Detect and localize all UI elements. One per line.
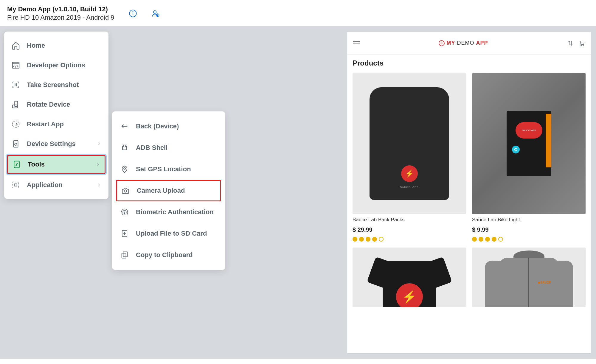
main-menu: Home Developer Options Take Screenshot R… [4,32,108,199]
submenu-item-upload-file[interactable]: Upload File to SD Card [112,223,225,244]
home-icon [11,41,20,50]
svg-point-3 [153,11,156,13]
cart-icon[interactable] [578,40,585,46]
products-heading: Products [353,59,586,67]
hamburger-icon[interactable] [353,41,360,45]
product-card[interactable]: SAUCELABSC Sauce Lab Bike Light $ 9.99 [472,73,586,242]
svg-point-25 [124,190,127,192]
submenu-item-set-gps[interactable]: Set GPS Location [112,158,225,180]
submenu-item-copy-clipboard[interactable]: Copy to Clipboard [112,244,225,266]
svg-point-14 [13,121,19,128]
tools-submenu: Back (Device) ADB Shell Set GPS Location… [112,111,225,270]
rotate-icon [11,100,20,109]
screenshot-icon [11,80,20,89]
menu-item-home[interactable]: Home [4,36,108,55]
brand-prefix: MY [446,40,455,46]
app-title: My Demo App (v1.0.10, Build 12) [7,5,114,13]
upload-icon [120,229,129,238]
gps-icon [120,165,129,173]
brand-suffix: APP [476,40,488,46]
product-card[interactable]: ⚡SAUCELABS Sauce Lab Back Packs $ 29.99 [353,73,466,242]
product-price: $ 29.99 [353,226,466,233]
svg-point-24 [124,168,125,169]
menu-item-restart-app[interactable]: Restart App [4,114,108,134]
svg-rect-27 [123,252,127,257]
menu-item-take-screenshot[interactable]: Take Screenshot [4,75,108,95]
tools-icon [12,160,21,169]
svg-point-30 [583,45,584,46]
sort-icon[interactable] [567,40,574,46]
product-rating [472,237,586,242]
submenu-item-biometric[interactable]: Biometric Authentication [112,201,225,223]
svg-line-20 [123,144,123,145]
menu-item-rotate-device[interactable]: Rotate Device [4,95,108,114]
menu-label: Application [27,181,90,189]
svg-point-23 [125,147,125,147]
device-subtitle: Fire HD 10 Amazon 2019 - Android 9 [7,14,114,21]
svg-point-29 [581,45,582,46]
product-image-tshirt: ⚡ [353,248,466,307]
submenu-label: Camera Upload [137,187,185,195]
application-icon [11,181,20,189]
chevron-right-icon [96,162,100,167]
info-icon[interactable] [129,9,137,18]
menu-item-application[interactable]: Application [4,175,108,195]
menu-item-developer-options[interactable]: Developer Options [4,55,108,75]
svg-rect-7 [13,62,19,68]
workspace: Home Developer Options Take Screenshot R… [0,26,596,359]
camera-icon [121,186,130,195]
product-name: Sauce Lab Back Packs [353,217,466,223]
product-card[interactable]: ◆SAUCE [472,248,586,307]
product-image-jacket: ◆SAUCE [472,248,586,307]
menu-label: Tools [28,161,89,168]
device-app-bar: MYDEMOAPP [347,32,591,55]
settings-icon [11,139,20,148]
svg-rect-28 [122,253,126,258]
clipboard-icon [120,251,129,259]
product-rating [353,237,466,242]
menu-label: Restart App [27,120,101,128]
svg-rect-19 [15,184,17,186]
svg-line-21 [126,144,126,145]
menu-label: Home [27,42,101,49]
chevron-right-icon [97,183,101,187]
svg-point-2 [133,12,133,12]
submenu-label: Back (Device) [136,122,179,130]
menu-item-tools[interactable]: Tools [7,155,105,174]
svg-rect-12 [15,101,18,107]
submenu-label: ADB Shell [136,144,167,152]
header: My Demo App (v1.0.10, Build 12) Fire HD … [0,0,596,26]
svg-rect-15 [14,141,18,147]
brand-mid: DEMO [457,40,474,46]
menu-label: Device Settings [27,140,90,148]
svg-rect-18 [13,182,19,188]
product-image-backpack: ⚡SAUCELABS [353,73,466,214]
dev-options-icon [11,61,20,70]
product-image-bike-light: SAUCELABSC [472,73,586,214]
fingerprint-icon [120,208,129,216]
back-icon [120,122,129,130]
product-card[interactable]: ⚡ [353,248,466,307]
submenu-label: Copy to Clipboard [136,251,193,259]
adb-icon [120,144,129,152]
app-brand: MYDEMOAPP [439,40,488,46]
brand-logo-icon [439,40,445,46]
product-price: $ 9.99 [472,226,586,233]
submenu-label: Biometric Authentication [136,208,214,216]
svg-point-16 [15,143,17,146]
menu-label: Take Screenshot [27,81,101,89]
add-user-icon[interactable] [151,9,160,18]
submenu-item-camera-upload[interactable]: Camera Upload [116,180,221,201]
menu-label: Developer Options [27,61,101,69]
submenu-item-adb-shell[interactable]: ADB Shell [112,137,225,158]
product-name: Sauce Lab Bike Light [472,217,586,223]
submenu-item-back-device[interactable]: Back (Device) [112,116,225,137]
svg-point-22 [123,147,124,147]
submenu-label: Set GPS Location [136,165,191,173]
menu-item-device-settings[interactable]: Device Settings [4,134,108,154]
menu-label: Rotate Device [27,101,101,108]
chevron-right-icon [97,141,101,146]
device-screen: MYDEMOAPP Products ⚡SAUCELABS Sauce Lab … [347,31,591,354]
submenu-label: Upload File to SD Card [136,230,207,237]
restart-icon [11,120,20,129]
